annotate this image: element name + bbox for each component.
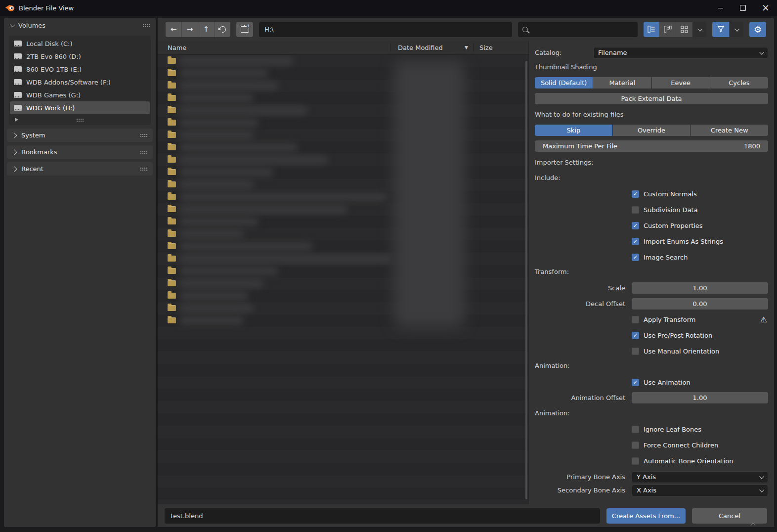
thumbnail-view-button[interactable] xyxy=(676,22,692,37)
file-row[interactable] xyxy=(158,277,528,290)
file-row[interactable] xyxy=(158,154,528,166)
file-row[interactable] xyxy=(158,166,528,178)
file-row[interactable] xyxy=(158,117,528,129)
new-folder-button[interactable]: + xyxy=(236,22,253,37)
file-row[interactable] xyxy=(158,80,528,92)
subdivision-data-checkbox[interactable] xyxy=(632,206,639,214)
segment-cycles[interactable]: Cycles xyxy=(710,77,768,89)
file-row[interactable] xyxy=(158,265,528,277)
primary-bone-axis-dropdown[interactable]: Y Axis xyxy=(632,471,768,483)
checkbox-row: Import Enums As Strings xyxy=(535,236,768,247)
chevron-right-icon xyxy=(11,166,17,172)
file-row[interactable] xyxy=(158,67,528,80)
use-manual-orientation-checkbox[interactable] xyxy=(632,348,639,355)
file-row[interactable] xyxy=(158,55,528,67)
path-input[interactable]: H:\ xyxy=(259,22,512,37)
automatic-bone-orientation-checkbox[interactable] xyxy=(632,457,639,465)
file-row[interactable] xyxy=(158,141,528,154)
sidebar-item-recent[interactable]: Recent xyxy=(7,162,153,176)
apply-transform-checkbox[interactable] xyxy=(632,316,639,323)
drive-item-h[interactable]: WDG Work (H:) xyxy=(10,101,150,114)
maximize-button[interactable] xyxy=(732,0,754,16)
grip-handle-icon[interactable] xyxy=(140,150,147,154)
segment-override[interactable]: Override xyxy=(613,125,691,136)
grip-handle-icon[interactable] xyxy=(140,167,147,171)
blurred-filename xyxy=(179,267,278,275)
custom-normals-checkbox[interactable] xyxy=(632,190,639,198)
secondary-bone-axis-dropdown[interactable]: X Axis xyxy=(632,485,768,496)
resize-grip-icon[interactable] xyxy=(76,118,84,122)
file-row[interactable] xyxy=(158,191,528,203)
drive-item-g[interactable]: WDB Games (G:) xyxy=(10,89,150,101)
drive-item-e[interactable]: 860 EVO 1TB (E:) xyxy=(10,63,150,76)
volumes-section-header[interactable]: Volumes xyxy=(4,18,156,33)
drive-item-d[interactable]: 2TB Evo 860 (D:) xyxy=(10,50,150,63)
segment-skip[interactable]: Skip xyxy=(535,125,612,136)
expand-arrow-icon[interactable] xyxy=(15,118,18,122)
minimize-button[interactable] xyxy=(709,0,732,16)
close-icon: × xyxy=(762,3,770,12)
file-row[interactable] xyxy=(158,104,528,117)
drive-item-f[interactable]: WDB Addons/Software (F:) xyxy=(10,76,150,89)
catalog-dropdown[interactable]: Filename xyxy=(593,47,768,59)
filter-button[interactable] xyxy=(712,22,729,37)
section-label: System xyxy=(21,132,45,139)
file-row[interactable] xyxy=(158,290,528,302)
file-row[interactable] xyxy=(158,216,528,228)
vertical-list-view-button[interactable] xyxy=(644,22,659,37)
pack-external-data-button[interactable]: Pack External Data xyxy=(535,93,768,104)
refresh-button[interactable] xyxy=(214,22,230,37)
parent-directory-button[interactable]: ↑ xyxy=(198,22,214,37)
file-row[interactable] xyxy=(158,129,528,141)
drive-item-c[interactable]: Local Disk (C:) xyxy=(10,37,150,50)
file-list-body[interactable] xyxy=(158,55,528,504)
grip-handle-icon[interactable] xyxy=(142,24,150,27)
file-row[interactable] xyxy=(158,302,528,314)
decal-offset-field[interactable]: 0.00 xyxy=(632,298,768,310)
column-header-date-modified[interactable]: Date Modified ▼ xyxy=(390,44,473,51)
sidebar-item-bookmarks[interactable]: Bookmarks xyxy=(7,145,153,159)
new-folder-icon: + xyxy=(241,26,249,33)
window-resize-grip[interactable] xyxy=(751,523,755,527)
segment-eevee[interactable]: Eevee xyxy=(652,77,710,89)
column-header-name[interactable]: Name xyxy=(158,44,390,51)
use-animation-checkbox[interactable] xyxy=(632,379,639,386)
image-search-checkbox[interactable] xyxy=(632,254,639,261)
file-row[interactable] xyxy=(158,228,528,240)
custom-properties-checkbox[interactable] xyxy=(632,222,639,229)
forward-button[interactable]: → xyxy=(181,22,198,37)
file-row[interactable] xyxy=(158,314,528,327)
file-row[interactable] xyxy=(158,92,528,104)
create-assets-button[interactable]: Create Assets From... xyxy=(606,508,686,524)
file-row[interactable] xyxy=(158,178,528,191)
horizontal-list-view-button[interactable] xyxy=(659,22,676,37)
filter-funnel-icon xyxy=(717,26,725,33)
ignore-leaf-bones-checkbox[interactable] xyxy=(632,426,639,433)
max-time-per-file-slider[interactable]: Maximum Time Per File 1800 xyxy=(535,140,768,152)
segment-material[interactable]: Material xyxy=(593,77,651,89)
secondary-bone-axis-label: Secondary Bone Axis xyxy=(535,487,632,494)
scale-field[interactable]: 1.00 xyxy=(632,282,768,294)
segment-create-new[interactable]: Create New xyxy=(691,125,768,136)
grip-handle-icon[interactable] xyxy=(140,133,147,137)
file-row[interactable] xyxy=(158,253,528,265)
file-row[interactable] xyxy=(158,240,528,253)
settings-button[interactable]: ⚙ xyxy=(749,22,766,37)
cancel-button[interactable]: Cancel xyxy=(692,508,767,524)
use-pre-post-rotation-checkbox[interactable] xyxy=(632,332,639,339)
file-row[interactable] xyxy=(158,203,528,216)
close-button[interactable]: × xyxy=(754,0,777,16)
segment-solid-default[interactable]: Solid (Default) xyxy=(535,77,593,89)
filter-settings-dropdown[interactable] xyxy=(729,22,743,37)
import-enums-checkbox[interactable] xyxy=(632,238,639,245)
search-input[interactable] xyxy=(518,22,638,37)
sidebar-item-system[interactable]: System xyxy=(7,129,153,142)
blurred-filename xyxy=(179,143,298,152)
existing-files-segments: Skip Override Create New xyxy=(535,125,768,136)
animation-offset-field[interactable]: 1.00 xyxy=(632,392,768,403)
filename-input[interactable] xyxy=(165,508,600,524)
back-button[interactable]: ← xyxy=(166,22,181,37)
column-header-size[interactable]: Size xyxy=(474,44,528,51)
force-connect-children-checkbox[interactable] xyxy=(632,442,639,449)
display-settings-dropdown[interactable] xyxy=(692,22,706,37)
